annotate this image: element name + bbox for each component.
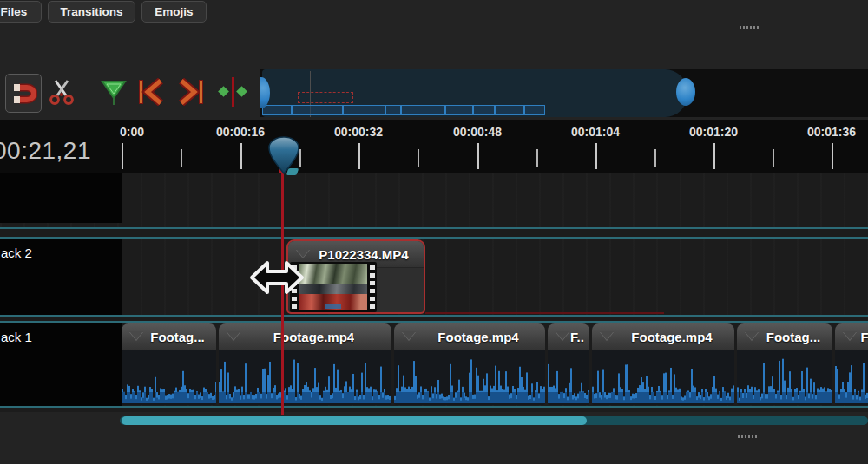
clip-label: Footage.mp4 — [631, 330, 712, 344]
clip-header: Footage.mp4 — [394, 323, 545, 350]
audio-waveform — [219, 351, 391, 403]
razor-button[interactable] — [47, 76, 76, 108]
panel-resize-grip-top[interactable] — [740, 26, 759, 29]
panel-resize-grip-bottom[interactable] — [738, 435, 757, 438]
ruler-time-label: 0:00 — [120, 125, 144, 139]
clip-header: Footage.mp4 — [219, 323, 391, 350]
minimap-clip-segment — [292, 105, 343, 115]
audio-clip[interactable]: Footage.mp4 — [219, 323, 391, 405]
center-on-playhead-button[interactable] — [216, 76, 249, 108]
marker-icon — [100, 77, 128, 107]
ruler-time-label: 00:00:32 — [334, 125, 383, 139]
track-label: ack 2 — [1, 245, 32, 260]
ruler-major-tick — [832, 143, 833, 169]
track-row-1: ack 1 Footag...Footage.mp4Footage.mp4F..… — [0, 323, 868, 406]
tab-emojis[interactable]: Emojis — [141, 1, 207, 23]
clip-label: P1022334.MP4 — [319, 247, 408, 262]
ruler-time-label: 00:01:36 — [807, 125, 856, 139]
track-row-3 — [0, 173, 868, 227]
filmstrip-sprockets — [368, 264, 377, 310]
jump-to-start-button[interactable] — [136, 76, 166, 108]
chevron-down-icon[interactable] — [402, 331, 416, 340]
minimap-clip-segment — [343, 105, 385, 115]
chevron-down-icon[interactable] — [227, 331, 240, 340]
clip-header: F — [835, 323, 868, 350]
minimap-clip-segment — [473, 105, 495, 115]
timeline-minimap[interactable] — [260, 69, 868, 117]
audio-clip[interactable]: Footage.mp4 — [394, 323, 545, 405]
chevron-down-icon[interactable] — [843, 331, 857, 340]
track-label: ack 1 — [1, 330, 32, 344]
snapping-button[interactable] — [5, 74, 42, 113]
chevron-down-icon[interactable] — [129, 331, 143, 340]
audio-clip[interactable]: Footag... — [737, 323, 832, 405]
track-header-1: ack 1 — [0, 323, 122, 406]
track-separator — [0, 227, 868, 229]
ruler-time-label: 00:00:16 — [216, 125, 265, 139]
audio-clip[interactable]: Footage.mp4 — [592, 323, 734, 405]
ruler-minor-tick — [773, 149, 774, 167]
tab-files[interactable]: Files — [0, 1, 42, 23]
clip-extent-line — [425, 312, 664, 314]
horizontal-scrollbar-thumb[interactable] — [122, 416, 587, 425]
clip-label: Footag... — [150, 330, 205, 344]
tab-label: Files — [1, 5, 28, 18]
current-time-display: 00:21,21 — [0, 137, 91, 165]
clip-label: Footag... — [766, 330, 821, 344]
timeline-body: ack 2 P1022334.MP4 — [0, 173, 868, 412]
clip-label: Footage.mp4 — [273, 330, 354, 344]
horizontal-scrollbar[interactable] — [120, 416, 868, 425]
ruler-major-tick — [358, 143, 360, 169]
minimap-clip-segment — [385, 105, 401, 115]
chevron-down-icon[interactable] — [600, 331, 614, 340]
timeline-ruler[interactable]: 00:21,21 0:0000:00:1600:00:3200:00:4800:… — [0, 120, 868, 173]
thumbnail-image — [299, 264, 367, 310]
minimap-clip-segment — [262, 105, 292, 115]
tab-bar: FilesTransitionsEmojis — [0, 0, 868, 26]
tab-label: Emojis — [155, 5, 193, 18]
audio-clip[interactable]: F — [835, 323, 868, 405]
ruler-minor-tick — [181, 149, 182, 167]
chevron-down-icon[interactable] — [556, 331, 569, 340]
minimap-clip-segment — [401, 105, 445, 115]
clip-label: F.. — [570, 330, 584, 344]
ruler-time-label: 00:00:48 — [453, 125, 502, 139]
audio-waveform — [394, 351, 545, 403]
clip-header: F.. — [548, 323, 589, 350]
minimap-right-handle[interactable] — [676, 78, 695, 106]
ruler-minor-tick — [418, 149, 419, 167]
clip-header: Footag... — [122, 323, 216, 350]
tab-transitions[interactable]: Transitions — [48, 1, 135, 23]
jump-end-icon — [177, 78, 205, 106]
audio-waveform — [835, 351, 868, 403]
minimap-clip-segment — [495, 105, 524, 115]
chevron-down-icon[interactable] — [745, 331, 759, 340]
magnet-icon — [10, 80, 37, 108]
ruler-minor-tick — [536, 149, 538, 167]
track-separator — [0, 406, 868, 408]
ruler-minor-tick — [654, 149, 656, 167]
track-header-2: ack 2 — [0, 239, 122, 315]
clip-label: Footage.mp4 — [437, 330, 518, 344]
add-marker-button[interactable] — [99, 76, 128, 108]
track-row-2: ack 2 P1022334.MP4 — [0, 239, 868, 315]
ruler-time-label: 00:01:20 — [689, 125, 738, 139]
track-separator — [0, 315, 868, 317]
clip-header: Footage.mp4 — [592, 323, 734, 350]
ruler-major-tick — [595, 143, 597, 169]
ruler-major-tick — [240, 143, 242, 169]
jump-to-end-button[interactable] — [176, 76, 206, 108]
minimap-clip-segment — [524, 105, 545, 115]
audio-clip[interactable]: Footag... — [122, 323, 216, 405]
audio-waveform — [548, 351, 589, 403]
audio-waveform — [737, 351, 832, 403]
ruler-major-tick — [477, 143, 479, 169]
ruler-major-tick — [122, 143, 123, 169]
ruler-major-tick — [713, 143, 715, 169]
selected-clip[interactable]: P1022334.MP4 — [286, 239, 425, 314]
resize-cursor — [248, 257, 306, 302]
track-header-3 — [0, 173, 122, 223]
jump-start-icon — [137, 78, 165, 106]
audio-clip[interactable]: F.. — [548, 323, 589, 405]
minimap-selected-clip-box — [298, 92, 353, 103]
